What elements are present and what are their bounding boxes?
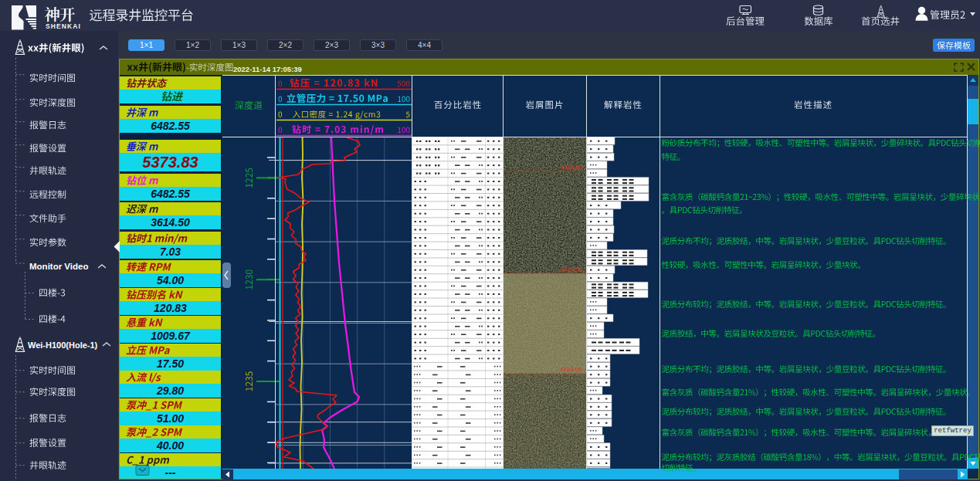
svg-text:4128.00: 4128.00 — [560, 366, 582, 373]
svg-text:4122.00: 4122.00 — [560, 266, 582, 273]
svg-text:4116.00: 4116.00 — [561, 164, 583, 171]
